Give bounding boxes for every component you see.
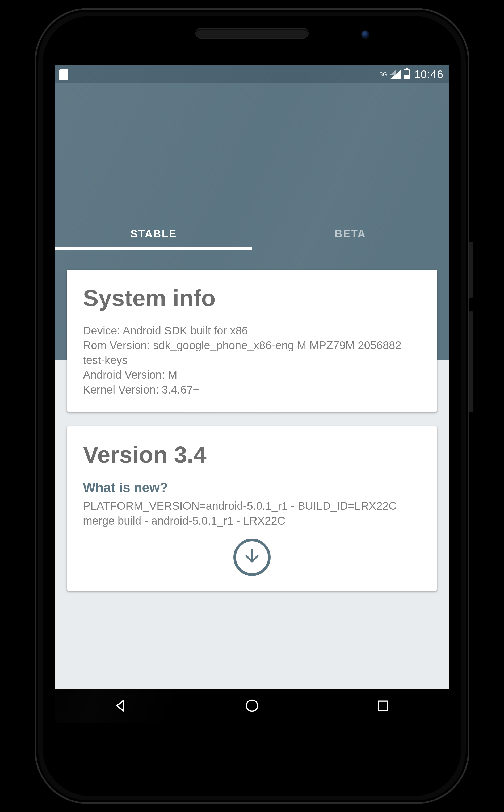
clock-label: 10:46	[414, 68, 443, 81]
earpiece	[196, 29, 308, 38]
tab-label: STABLE	[130, 228, 177, 240]
svg-point-0	[246, 700, 258, 711]
tab-stable[interactable]: STABLE	[55, 219, 252, 248]
volume-rocker[interactable]	[469, 311, 473, 412]
card-subtitle: What is new?	[83, 480, 421, 495]
recents-icon	[376, 699, 390, 714]
network-type-label: 3G	[380, 71, 388, 78]
card-version: Version 3.4 What is new? PLATFORM_VERSIO…	[67, 426, 437, 591]
nav-home-button[interactable]	[225, 693, 279, 719]
back-icon	[113, 698, 129, 715]
phone-frame: 3G 10:46 STABLE BETA	[35, 8, 469, 804]
card-title: System info	[83, 284, 421, 312]
card-system-info: System info Device: Android SDK built fo…	[67, 270, 437, 412]
signal-icon	[390, 70, 401, 79]
tab-label: BETA	[335, 228, 366, 240]
front-camera	[362, 31, 369, 38]
download-button[interactable]	[233, 539, 271, 576]
card-body: PLATFORM_VERSION=android-5.0.1_r1 - BUIL…	[83, 499, 421, 528]
tab-beta[interactable]: BETA	[252, 219, 449, 248]
nav-recents-button[interactable]	[356, 693, 410, 719]
battery-icon	[404, 69, 410, 79]
download-icon	[242, 547, 262, 567]
home-icon	[245, 698, 259, 714]
tab-bar: STABLE BETA	[55, 219, 449, 248]
card-title: Version 3.4	[83, 441, 421, 468]
download-row	[83, 539, 421, 576]
stage: 3G 10:46 STABLE BETA	[0, 0, 504, 812]
card-body: Device: Android SDK built for x86 Rom Ve…	[83, 323, 421, 397]
screen: 3G 10:46 STABLE BETA	[55, 65, 449, 723]
sdcard-icon	[59, 69, 68, 80]
status-bar: 3G 10:46	[55, 65, 449, 83]
power-button[interactable]	[469, 242, 473, 298]
nav-back-button[interactable]	[94, 693, 148, 719]
card-list: System info Device: Android SDK built fo…	[67, 270, 437, 605]
content-viewport: STABLE BETA System info Device: Android …	[55, 83, 449, 689]
svg-rect-1	[379, 701, 388, 710]
navigation-bar	[55, 689, 449, 723]
